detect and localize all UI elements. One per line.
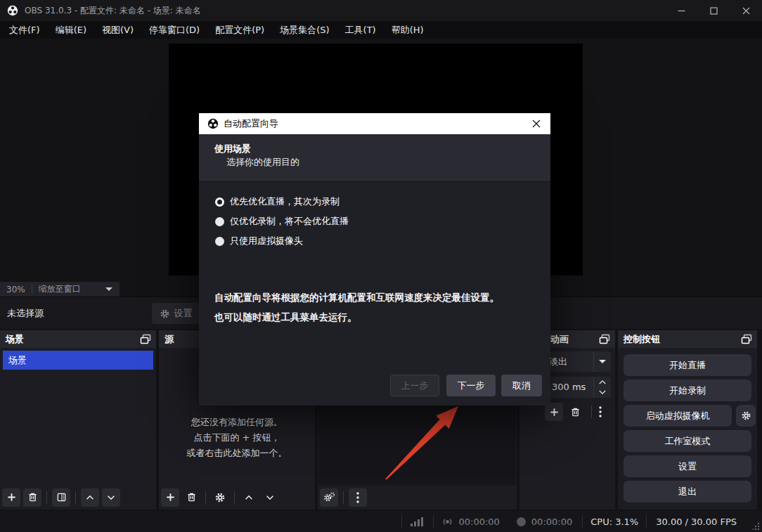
menu-bar: 文件(F) 编辑(E) 视图(V) 停靠窗口(D) 配置文件(P) 场景集合(S… xyxy=(0,21,762,39)
divider xyxy=(646,515,647,528)
start-streaming-label: 开始直播 xyxy=(669,359,706,372)
chevron-down-icon xyxy=(105,287,112,292)
popout-icon[interactable] xyxy=(741,334,752,344)
cpu-usage: CPU: 3.1% xyxy=(590,517,638,527)
remove-transition-button[interactable] xyxy=(566,403,584,421)
add-source-button[interactable] xyxy=(161,488,179,507)
chevron-down-icon xyxy=(599,390,606,395)
back-button[interactable]: 上一步 xyxy=(390,375,439,396)
double-gear-icon xyxy=(323,492,335,502)
start-streaming-button[interactable]: 开始直播 xyxy=(624,354,751,376)
window-titlebar: OBS 31.0.3 - 配置文件: 未命名 - 场景: 未命名 xyxy=(0,0,762,21)
move-source-down-button[interactable] xyxy=(261,488,279,507)
minimize-button[interactable] xyxy=(665,0,697,21)
radio-selected-icon[interactable] xyxy=(215,197,224,207)
sources-empty-line: 点击下面的 + 按钮， xyxy=(159,430,315,446)
exit-button[interactable]: 退出 xyxy=(624,481,751,502)
controls-dock-header: 控制按钮 xyxy=(618,330,757,348)
option-label: 优先优化直播，其次为录制 xyxy=(230,195,340,208)
option-label: 仅优化录制，将不会优化直播 xyxy=(230,215,349,228)
duration-decrease-button[interactable] xyxy=(594,387,611,398)
maximize-button[interactable] xyxy=(697,0,730,21)
add-scene-button[interactable] xyxy=(2,488,20,507)
next-button[interactable]: 下一步 xyxy=(446,375,496,396)
chevron-up-icon xyxy=(244,493,254,502)
zoom-level-value: 30% xyxy=(6,285,25,294)
back-label: 上一步 xyxy=(401,379,429,392)
next-label: 下一步 xyxy=(458,379,485,392)
scene-filters-button[interactable] xyxy=(52,488,70,507)
move-source-up-button[interactable] xyxy=(240,488,258,507)
move-scene-down-button[interactable] xyxy=(102,488,120,507)
divider xyxy=(401,515,402,528)
dialog-close-button[interactable] xyxy=(528,115,545,132)
zoom-level-combobox[interactable]: 30% 缩放至窗口 xyxy=(0,282,120,297)
sources-empty-line: 您还没有添加任何源。 xyxy=(159,415,315,430)
no-source-label: 未选择源 xyxy=(7,307,44,320)
dialog-description-line1: 自动配置向导将根据您的计算机配置和互联网速度来决定最佳设置。 xyxy=(214,292,499,304)
option-optimize-streaming[interactable]: 优先优化直播，其次为录制 xyxy=(215,192,340,212)
menu-docks[interactable]: 停靠窗口(D) xyxy=(141,21,207,39)
option-virtual-camera-only[interactable]: 只使用虚拟摄像头 xyxy=(215,231,303,251)
duration-increase-button[interactable] xyxy=(594,377,611,387)
menu-view[interactable]: 视图(V) xyxy=(94,21,141,39)
scene-item-label: 场景 xyxy=(8,354,27,367)
plus-icon xyxy=(549,407,560,417)
plus-icon xyxy=(165,492,176,502)
menu-tools[interactable]: 工具(T) xyxy=(337,21,384,39)
popout-icon[interactable] xyxy=(140,334,151,344)
menu-scene-collection[interactable]: 场景集合(S) xyxy=(272,21,337,39)
sources-empty-message: 您还没有添加任何源。 点击下面的 + 按钮， 或者右击此处添加一个。 xyxy=(159,415,315,461)
remove-scene-button[interactable] xyxy=(23,488,41,507)
popout-icon[interactable] xyxy=(599,334,610,344)
remove-source-button[interactable] xyxy=(182,488,200,507)
settings-button[interactable]: 设置 xyxy=(624,455,751,477)
source-properties-toolbar-button[interactable] xyxy=(211,488,229,507)
sources-toolbar xyxy=(161,488,313,507)
menu-file[interactable]: 文件(F) xyxy=(1,21,48,39)
option-label: 只使用虚拟摄像头 xyxy=(230,235,303,247)
divider xyxy=(433,515,434,528)
chevron-down-icon xyxy=(599,359,606,364)
chevron-down-icon xyxy=(106,493,116,502)
kebab-menu-icon xyxy=(599,406,602,417)
virtual-camera-settings-button[interactable] xyxy=(736,405,756,427)
resize-grip[interactable] xyxy=(753,523,760,530)
start-virtual-camera-button[interactable]: 启动虚拟摄像机 xyxy=(624,405,732,427)
menu-profile[interactable]: 配置文件(P) xyxy=(207,21,272,39)
fps-indicator: 30.00 / 30.00 FPS xyxy=(656,517,737,527)
obs-logo-icon xyxy=(7,5,18,16)
start-recording-button[interactable]: 开始录制 xyxy=(624,379,751,401)
mixer-menu-button[interactable] xyxy=(349,488,367,507)
sources-empty-line: 或者右击此处添加一个。 xyxy=(159,446,315,461)
source-properties-button[interactable]: 设置 xyxy=(152,303,200,324)
start-recording-label: 开始录制 xyxy=(669,384,706,397)
signal-strength-icon xyxy=(411,517,425,526)
divider xyxy=(234,491,235,504)
start-virtual-camera-label: 启动虚拟摄像机 xyxy=(646,410,710,422)
transition-duration-value: 300 ms xyxy=(552,382,586,392)
close-button[interactable] xyxy=(730,0,762,21)
stream-time: 00:00:00 xyxy=(458,517,499,527)
menu-help[interactable]: 帮助(H) xyxy=(384,21,432,39)
radio-unselected-icon[interactable] xyxy=(215,237,224,246)
option-optimize-recording[interactable]: 仅优化录制，将不会优化直播 xyxy=(215,212,349,231)
divider xyxy=(591,406,592,418)
stream-status-icon xyxy=(441,516,453,528)
trash-icon xyxy=(186,492,197,502)
obs-logo-icon xyxy=(207,118,219,129)
radio-unselected-icon[interactable] xyxy=(215,217,224,226)
record-time: 00:00:00 xyxy=(531,517,572,527)
cancel-button[interactable]: 取消 xyxy=(501,375,542,396)
window-title: OBS 31.0.3 - 配置文件: 未命名 - 场景: 未命名 xyxy=(25,5,201,17)
obs-main-window: OBS 31.0.3 - 配置文件: 未命名 - 场景: 未命名 文件(F) 编… xyxy=(0,0,762,532)
move-scene-up-button[interactable] xyxy=(81,488,99,507)
advanced-audio-properties-button[interactable] xyxy=(320,488,338,507)
transition-menu-button[interactable] xyxy=(593,403,608,421)
scenes-dock: 场景 场景 xyxy=(0,330,156,510)
studio-mode-button[interactable]: 工作室模式 xyxy=(624,430,751,452)
scene-list-item[interactable]: 场景 xyxy=(3,351,153,370)
gear-icon xyxy=(214,492,226,503)
menu-edit[interactable]: 编辑(E) xyxy=(48,21,94,39)
chevron-up-icon xyxy=(599,379,606,384)
